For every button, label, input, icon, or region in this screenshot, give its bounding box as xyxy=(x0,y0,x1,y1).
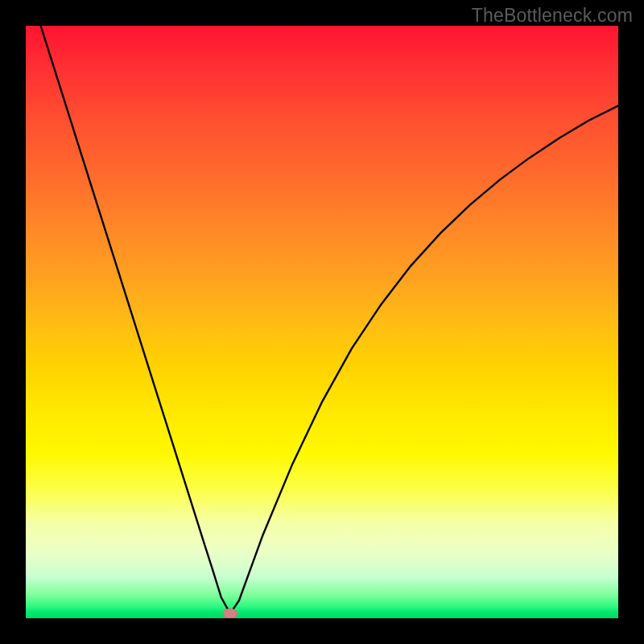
bottleneck-curve xyxy=(26,26,618,613)
watermark-text: TheBottleneck.com xyxy=(472,5,633,27)
chart-svg xyxy=(26,26,618,618)
optimal-marker xyxy=(223,609,237,618)
plot-area xyxy=(26,26,618,618)
